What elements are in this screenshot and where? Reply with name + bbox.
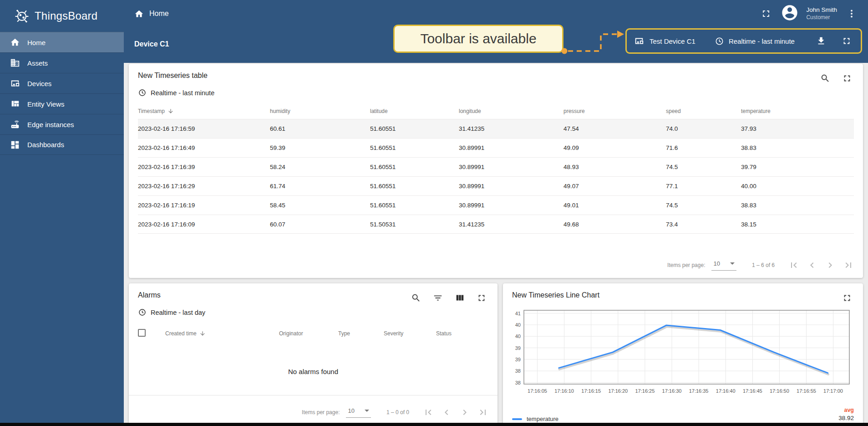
sidebar-item-edge-instances[interactable]: Edge instances bbox=[0, 114, 124, 134]
svg-text:17:16:40: 17:16:40 bbox=[716, 388, 736, 394]
cell-latitude: 51.50531 bbox=[370, 221, 459, 228]
download-icon bbox=[816, 36, 826, 46]
timewindow-button[interactable]: Realtime - last minute bbox=[715, 36, 795, 46]
first-page-button[interactable] bbox=[423, 407, 434, 418]
svg-text:17:16:55: 17:16:55 bbox=[797, 388, 816, 394]
svg-text:17:16:25: 17:16:25 bbox=[635, 388, 655, 394]
cell-pressure: 49.01 bbox=[563, 202, 666, 209]
sidebar-item-label: Devices bbox=[27, 80, 51, 87]
cell-temperature: 39.79 bbox=[741, 164, 854, 170]
column-header-latitude[interactable]: latitude bbox=[370, 108, 459, 114]
entity-select-label: Test Device C1 bbox=[650, 37, 695, 45]
cell-latitude: 51.60551 bbox=[370, 202, 459, 209]
table-row[interactable]: 2023-02-16 17:16:4959.3951.6055130.89991… bbox=[138, 138, 854, 157]
clock-icon bbox=[138, 308, 147, 317]
breadcrumb[interactable]: Home bbox=[134, 9, 169, 19]
column-header-temperature[interactable]: temperature bbox=[741, 108, 854, 114]
svg-text:17:16:30: 17:16:30 bbox=[662, 388, 682, 394]
column-header-severity[interactable]: Severity bbox=[384, 330, 436, 337]
svg-text:38: 38 bbox=[515, 368, 521, 374]
widget-timewindow-label: Realtime - last minute bbox=[151, 89, 214, 97]
table-row[interactable]: 2023-02-16 17:16:0960.0751.5053131.41235… bbox=[138, 215, 854, 234]
legend-item-temperature[interactable]: temperature bbox=[512, 416, 558, 422]
cell-timestamp: 2023-02-16 17:16:09 bbox=[138, 221, 270, 228]
widget-fullscreen-button[interactable] bbox=[475, 291, 488, 305]
cell-pressure: 47.54 bbox=[563, 125, 666, 132]
svg-text:17:16:10: 17:16:10 bbox=[554, 388, 574, 394]
table-row[interactable]: 2023-02-16 17:16:2961.7451.6055130.89991… bbox=[138, 176, 854, 195]
columns-button[interactable] bbox=[453, 291, 467, 305]
next-page-button[interactable] bbox=[459, 407, 470, 418]
previous-page-button[interactable] bbox=[807, 260, 817, 271]
svg-text:40: 40 bbox=[515, 322, 521, 328]
column-header-status[interactable]: Status bbox=[436, 330, 488, 337]
widget-timewindow[interactable]: Realtime - last minute bbox=[129, 85, 863, 97]
select-all-checkbox[interactable] bbox=[138, 329, 146, 337]
alarm-filter-button[interactable] bbox=[431, 291, 445, 305]
svg-text:17:16:35: 17:16:35 bbox=[689, 388, 709, 394]
sidebar-item-entity-views[interactable]: Entity Views bbox=[0, 93, 124, 114]
aggregation-block: avg 38.92 bbox=[838, 406, 854, 422]
dashboards-icon bbox=[10, 140, 20, 150]
column-header-pressure[interactable]: pressure bbox=[563, 108, 666, 114]
column-header-created-time[interactable]: Created time bbox=[165, 330, 279, 337]
cell-latitude: 51.60551 bbox=[370, 125, 459, 132]
cell-pressure: 49.68 bbox=[563, 221, 666, 228]
search-button[interactable] bbox=[818, 72, 832, 85]
search-button[interactable] bbox=[409, 291, 423, 305]
export-dashboard-button[interactable] bbox=[814, 34, 828, 48]
cell-pressure: 49.07 bbox=[563, 183, 666, 190]
divider bbox=[129, 395, 497, 395]
aggregation-label: avg bbox=[838, 406, 854, 414]
column-header-type[interactable]: Type bbox=[338, 330, 384, 337]
next-page-button[interactable] bbox=[825, 260, 836, 271]
page-size-select[interactable]: 10 bbox=[711, 259, 736, 271]
svg-text:17:16:15: 17:16:15 bbox=[581, 388, 601, 394]
toolbar-fullscreen-button[interactable] bbox=[840, 34, 853, 48]
fullscreen-toggle-button[interactable] bbox=[759, 6, 773, 21]
sidebar-item-assets[interactable]: Assets bbox=[0, 52, 124, 73]
page-range-label: 1 – 0 of 0 bbox=[386, 409, 409, 416]
timewindow-label: Realtime - last minute bbox=[729, 37, 795, 45]
widget-fullscreen-button[interactable] bbox=[840, 72, 854, 85]
sidebar-item-dashboards[interactable]: Dashboards bbox=[0, 134, 124, 155]
column-header-originator[interactable]: Originator bbox=[279, 330, 338, 337]
widget-fullscreen-button[interactable] bbox=[840, 291, 854, 305]
last-page-button[interactable] bbox=[477, 407, 488, 418]
timeseries-table: Timestamphumiditylatitudelongitudepressu… bbox=[138, 103, 854, 234]
sidebar-item-devices[interactable]: Devices bbox=[0, 73, 124, 93]
previous-page-button[interactable] bbox=[441, 407, 452, 418]
user-avatar[interactable] bbox=[781, 4, 799, 24]
column-header-timestamp[interactable]: Timestamp bbox=[138, 108, 270, 114]
more-vert-icon bbox=[846, 8, 857, 19]
app-name: ThingsBoard bbox=[35, 10, 97, 22]
assets-icon bbox=[10, 58, 20, 68]
first-page-button[interactable] bbox=[788, 260, 799, 271]
column-header-speed[interactable]: speed bbox=[666, 108, 741, 114]
entity-select[interactable]: Test Device C1 bbox=[634, 36, 695, 46]
table-row[interactable]: 2023-02-16 17:16:3958.2451.6055130.89991… bbox=[138, 157, 854, 176]
cell-pressure: 49.09 bbox=[563, 144, 666, 151]
svg-text:39: 39 bbox=[515, 345, 521, 351]
page-size-value: 10 bbox=[713, 260, 720, 267]
more-menu-button[interactable] bbox=[844, 6, 859, 21]
column-header-humidity[interactable]: humidity bbox=[270, 108, 370, 114]
sidebar-item-home[interactable]: Home bbox=[0, 32, 124, 52]
home-icon bbox=[10, 37, 20, 47]
devices-icon bbox=[10, 78, 20, 88]
fullscreen-icon bbox=[477, 293, 487, 303]
table-row[interactable]: 2023-02-16 17:16:5960.6151.6055131.41235… bbox=[138, 119, 854, 138]
user-name: John Smith bbox=[806, 6, 837, 14]
cell-timestamp: 2023-02-16 17:16:19 bbox=[138, 202, 270, 209]
cell-temperature: 38.83 bbox=[741, 202, 854, 209]
table-row[interactable]: 2023-02-16 17:16:1958.4551.6055130.89991… bbox=[138, 195, 854, 215]
cell-speed: 73.4 bbox=[666, 221, 741, 228]
thingsboard-logo[interactable]: ThingsBoard bbox=[0, 0, 124, 32]
widget-timewindow[interactable]: Realtime - last day bbox=[129, 305, 497, 317]
last-page-button[interactable] bbox=[843, 260, 854, 271]
clock-icon bbox=[715, 36, 724, 46]
cell-speed: 77.1 bbox=[666, 183, 741, 190]
sidebar-item-label: Assets bbox=[27, 59, 48, 67]
column-header-longitude[interactable]: longitude bbox=[459, 108, 563, 114]
page-size-select[interactable]: 10 bbox=[346, 406, 371, 418]
